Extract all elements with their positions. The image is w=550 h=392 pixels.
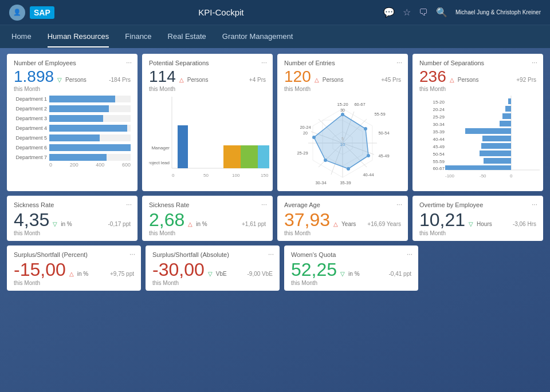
nav-home[interactable]: Home bbox=[11, 26, 32, 47]
card-title-sickness1: Sickness Rate bbox=[14, 201, 131, 208]
dept-bar-label: Department 4 bbox=[14, 125, 47, 131]
nav-finance[interactable]: Finance bbox=[125, 26, 151, 47]
svg-text:-50: -50 bbox=[480, 173, 486, 179]
svg-rect-46 bbox=[505, 106, 511, 112]
svg-text:Manager: Manager bbox=[151, 145, 170, 151]
card-menu-overtime[interactable]: ··· bbox=[532, 200, 537, 208]
chat-icon[interactable]: 💬 bbox=[383, 7, 395, 18]
kpi-unit-overtime: Hours bbox=[477, 221, 492, 227]
card-menu-sickness1[interactable]: ··· bbox=[126, 200, 132, 208]
dept-bar-track bbox=[49, 125, 131, 132]
svg-rect-48 bbox=[500, 121, 511, 126]
svg-rect-47 bbox=[502, 113, 511, 119]
card-menu-separations[interactable]: ··· bbox=[532, 58, 537, 66]
kpi-delta-womens-quota: -0,41 ppt bbox=[389, 271, 411, 277]
search-icon[interactable]: 🔍 bbox=[436, 7, 447, 18]
card-title-surplus-abs: Surplus/Shortfall (Absolute) bbox=[152, 251, 273, 258]
svg-text:40-44: 40-44 bbox=[363, 172, 374, 177]
dept-bar-fill bbox=[49, 154, 107, 161]
kpi-delta-separations: +92 Prs bbox=[516, 77, 536, 83]
empty-filler bbox=[423, 246, 543, 291]
dept-bar-label: Department 6 bbox=[14, 145, 47, 151]
nav-human-resources[interactable]: Human Resources bbox=[48, 26, 109, 47]
kpi-unit-avg-age: Years bbox=[341, 221, 356, 227]
svg-rect-52 bbox=[480, 151, 511, 156]
dept-bar-track bbox=[49, 115, 131, 122]
dashboard: ··· Number of Employees 1.898 ▽ Persons … bbox=[0, 48, 550, 296]
svg-text:15-20: 15-20 bbox=[337, 102, 348, 107]
header-icons: 💬 ☆ 🗨 🔍 bbox=[383, 7, 447, 18]
kpi-value-employees: 1.898 bbox=[14, 69, 54, 85]
svg-text:20: 20 bbox=[303, 131, 308, 135]
kpi-delta-entries: +45 Prs bbox=[381, 77, 401, 83]
svg-text:10: 10 bbox=[340, 142, 345, 147]
trend-sickness1: ▽ bbox=[53, 221, 57, 227]
svg-point-23 bbox=[341, 113, 344, 116]
kpi-delta-surplus-pct: +9,75 ppt bbox=[110, 271, 134, 277]
kpi-unit-surplus-abs: VbE bbox=[216, 271, 227, 277]
kpi-value-sickness2: 2,68 bbox=[149, 211, 184, 229]
card-menu-entries[interactable]: ··· bbox=[396, 58, 402, 66]
trend-employees: ▽ bbox=[57, 77, 62, 83]
svg-text:50-54: 50-54 bbox=[433, 152, 445, 157]
kpi-unit-sickness1: in % bbox=[61, 221, 72, 227]
dept-bar-fill bbox=[49, 125, 127, 132]
kpi-delta-sickness1: -0,17 ppt bbox=[108, 221, 131, 227]
kpi-value-separations: 236 bbox=[419, 69, 446, 85]
card-menu-surplus-abs[interactable]: ··· bbox=[268, 250, 274, 258]
star-icon[interactable]: ☆ bbox=[403, 7, 411, 18]
svg-text:150: 150 bbox=[261, 173, 269, 178]
dept-x-axis: 0200400600 bbox=[14, 162, 131, 168]
kpi-sub-surplus-abs: this Month bbox=[152, 280, 273, 286]
card-sickness1: ··· Sickness Rate 4,35 ▽ in % -0,17 ppt … bbox=[7, 196, 138, 241]
kpi-sub-avg-age: this Month bbox=[284, 230, 401, 236]
nav-grantor-management[interactable]: Grantor Management bbox=[222, 26, 293, 47]
kpi-sub-sickness1: this Month bbox=[14, 230, 131, 236]
dept-bar-fill bbox=[49, 144, 131, 151]
trend-womens-quota: ▽ bbox=[340, 271, 345, 277]
svg-rect-3 bbox=[223, 145, 241, 168]
kpi-sub-entries: this Month bbox=[284, 86, 401, 92]
kpi-delta-surplus-abs: -9,00 VbE bbox=[247, 271, 273, 277]
svg-text:5: 5 bbox=[341, 137, 344, 141]
dept-bar-track bbox=[49, 96, 131, 102]
trend-potential-sep: △ bbox=[179, 77, 184, 83]
trend-surplus-pct: △ bbox=[69, 271, 74, 277]
kpi-value-sickness1: 4,35 bbox=[14, 211, 49, 229]
card-title-sickness2: Sickness Rate bbox=[149, 201, 266, 208]
card-menu-womens-quota[interactable]: ··· bbox=[407, 250, 412, 258]
svg-point-24 bbox=[364, 127, 367, 130]
card-overtime: ··· Overtime by Employee 10,21 ▽ Hours -… bbox=[412, 196, 543, 241]
dept-bar-fill bbox=[49, 134, 100, 141]
card-surplus-pct: ··· Surplus/Shortfall (Percent) -15,00 △… bbox=[7, 246, 141, 291]
svg-text:40-44: 40-44 bbox=[433, 137, 445, 142]
kpi-value-entries: 120 bbox=[284, 69, 311, 85]
svg-rect-45 bbox=[508, 98, 511, 104]
nav-real-estate[interactable]: Real Estate bbox=[168, 26, 206, 47]
card-womens-quota: ··· Women's Quota 52,25 ▽ in % -0,41 ppt… bbox=[284, 246, 418, 291]
kpi-unit-entries: Persons bbox=[323, 77, 344, 83]
svg-rect-54 bbox=[445, 165, 511, 170]
dept-bar-fill bbox=[49, 96, 115, 102]
kpi-sub-separations: this Month bbox=[419, 86, 536, 92]
svg-text:60-67: 60-67 bbox=[433, 166, 445, 171]
dept-bar-label: Department 2 bbox=[14, 106, 47, 112]
dept-bar-track bbox=[49, 154, 131, 161]
card-menu-potential-sep[interactable]: ··· bbox=[261, 58, 267, 66]
separations-bars-svg: 15-20 20-24 25-29 30-34 35-39 40-44 45-4… bbox=[419, 96, 540, 184]
svg-point-26 bbox=[347, 167, 350, 171]
svg-rect-53 bbox=[484, 158, 511, 164]
kpi-delta-avg-age: +16,69 Years bbox=[367, 221, 401, 227]
comment-icon[interactable]: 🗨 bbox=[419, 7, 428, 18]
svg-text:15-20: 15-20 bbox=[433, 100, 445, 105]
card-menu-avg-age[interactable]: ··· bbox=[396, 200, 402, 208]
svg-text:-100: -100 bbox=[445, 173, 455, 179]
app-header: 👤 SAP KPI-Cockpit 💬 ☆ 🗨 🔍 Michael Jung &… bbox=[0, 0, 550, 25]
svg-rect-4 bbox=[241, 145, 258, 168]
svg-text:25-29: 25-29 bbox=[297, 151, 308, 156]
card-menu-surplus-pct[interactable]: ··· bbox=[129, 250, 135, 258]
card-menu-sickness2[interactable]: ··· bbox=[261, 200, 267, 208]
dept-bar-row: Department 2 bbox=[14, 105, 131, 112]
trend-avg-age: △ bbox=[333, 221, 338, 227]
card-menu-employees[interactable]: ··· bbox=[126, 58, 132, 66]
